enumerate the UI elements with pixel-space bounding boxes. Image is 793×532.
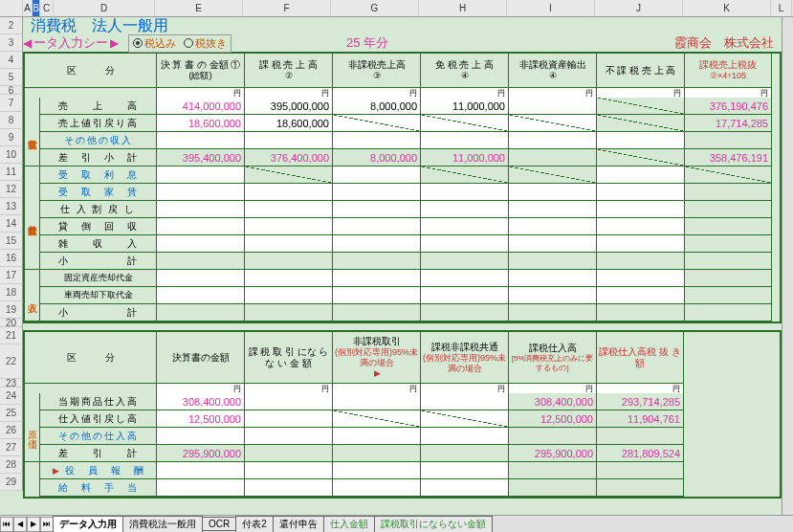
- hdr-kessan: 決 算 書 の 金額 ①(総額): [157, 54, 245, 88]
- triangle-icon: ▶: [336, 368, 419, 379]
- hdr-kouzei: 課税売上税抜②×4÷105: [685, 54, 772, 88]
- scrollbar-vertical[interactable]: [782, 17, 793, 515]
- tab-fuhyo[interactable]: 付表2: [235, 516, 274, 533]
- column-headers: A B C D E F G H I J K L: [0, 0, 793, 17]
- year-label: 25 年分: [346, 34, 388, 52]
- hdr-shisan: 非課税資産輸出④: [509, 54, 597, 88]
- tab-nav-last[interactable]: ⏭: [40, 517, 54, 532]
- tab-kanpu[interactable]: 還付申告: [273, 516, 324, 533]
- vcat-genka: 原 価: [25, 393, 40, 462]
- vcat-eigyou: 営業収益: [25, 98, 40, 166]
- sheet-subtitle: ータ入力シー: [33, 34, 108, 52]
- tab-shouhi[interactable]: 消費税法一般用: [122, 516, 203, 533]
- worksheet[interactable]: 消費税 法人一般用 ◀ ータ入力シー ▶ 税込み 税抜き 25 年分 霞商会 株…: [23, 17, 782, 515]
- second-grid: 区 分 決算書の金額 課 税 取 引 にな ら な い 金 額 非課税取引(個別…: [23, 332, 782, 499]
- tax-mode-radio[interactable]: 税込み 税抜き: [128, 34, 231, 53]
- tab-data-input[interactable]: データ入力用: [53, 516, 123, 533]
- company-name: 霞商会 株式会社: [674, 34, 774, 52]
- tab-nav-first[interactable]: ⏮: [0, 517, 13, 532]
- cell[interactable]: 414,000,000: [157, 98, 245, 115]
- vcat-shunyu: 収入: [25, 270, 40, 321]
- main-grid: 区 分 決 算 書 の 金額 ①(総額) 課 税 売 上 高② 非課税売上高③ …: [23, 52, 782, 323]
- arrow-left-icon: ◀: [23, 36, 32, 50]
- hdr-fukazei: 不 課 税 売 上 高: [597, 54, 685, 88]
- hdr-kazei: 課 税 売 上 高②: [245, 54, 333, 88]
- vcat-eigyougai: 営業外収益: [25, 166, 40, 270]
- arrow-right-icon: ▶: [110, 36, 119, 50]
- radio-incl-icon[interactable]: [133, 38, 143, 48]
- hdr-hikazei: 非課税売上高③: [333, 54, 421, 88]
- tab-shiire[interactable]: 仕入金額: [323, 516, 375, 533]
- tab-nav-prev[interactable]: ◀: [13, 517, 27, 532]
- radio-excl-icon[interactable]: [184, 38, 193, 48]
- sheet-tabs: ⏮ ◀ ▶ ⏭ データ入力用 消費税法一般用 OCR 付表2 還付申告 仕入金額…: [0, 515, 793, 532]
- tab-kazei[interactable]: 課税取引にならない金額: [374, 516, 493, 533]
- tab-ocr[interactable]: OCR: [202, 517, 236, 531]
- hdr-menzei: 免 税 売 上 高④: [421, 54, 509, 88]
- row-headers: 23 45 6 78 910 1112 1314 1516 1718 19 20…: [0, 17, 23, 491]
- hdr-kubun: 区 分: [25, 54, 157, 88]
- page-title: 消費税 法人一般用: [31, 16, 168, 36]
- row-uriage: 売 上 高: [40, 98, 157, 115]
- tab-nav-next[interactable]: ▶: [27, 517, 40, 532]
